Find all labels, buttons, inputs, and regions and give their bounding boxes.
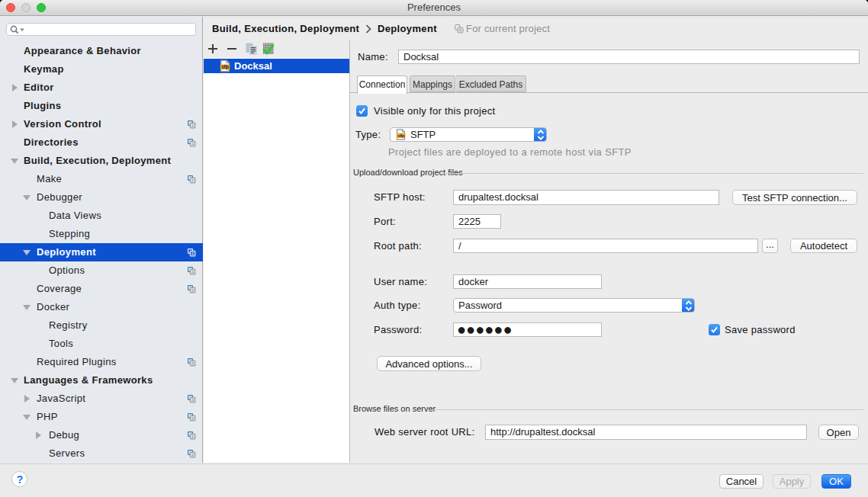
- svg-text:sftp: sftp: [221, 64, 229, 70]
- svg-text:sftp: sftp: [397, 133, 405, 137]
